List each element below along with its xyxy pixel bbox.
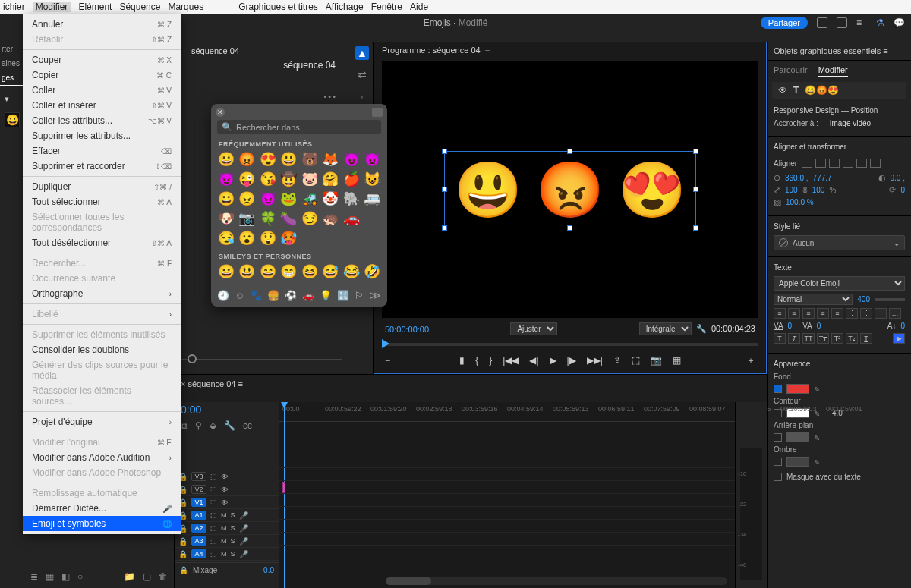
- filter-icon[interactable]: ▾: [5, 94, 15, 105]
- menu-file[interactable]: ichier: [3, 2, 25, 12]
- emoji-cell[interactable]: 😠: [238, 190, 257, 207]
- fill-swatch[interactable]: [786, 384, 809, 394]
- emoji-cell[interactable]: 😀: [217, 151, 235, 168]
- snap-icon[interactable]: ⧉: [181, 420, 188, 431]
- wrench-icon[interactable]: 🔧: [224, 420, 235, 431]
- text-style-buttons[interactable]: TTTTTᴛT²T₂T▶: [774, 333, 905, 344]
- menu-item[interactable]: Dupliquer⇧⌘ /: [23, 179, 181, 194]
- emoji-cell[interactable]: 😮: [238, 230, 257, 247]
- emoji-cell[interactable]: 😲: [259, 230, 277, 247]
- marker-icon[interactable]: ⬙: [210, 420, 216, 431]
- emoji-cell[interactable]: 🦔: [322, 210, 340, 227]
- menu-sequence[interactable]: Séquence: [119, 2, 160, 12]
- graphic-selection[interactable]: 😃 😡 😍: [444, 151, 696, 228]
- emoji-cell[interactable]: 😘: [259, 171, 277, 187]
- eyedropper-icon[interactable]: ✎: [814, 458, 821, 466]
- emoji-cell[interactable]: 😜: [238, 171, 257, 187]
- emoji-cell[interactable]: 🐘: [342, 190, 361, 207]
- rotate-val[interactable]: 0: [900, 186, 905, 194]
- eyedropper-icon[interactable]: ✎: [814, 434, 821, 442]
- travel-cat-icon[interactable]: 🚗: [302, 290, 314, 301]
- opacity-val[interactable]: 100.0 %: [786, 198, 814, 206]
- track-v3[interactable]: 🔒V3⬚👁: [175, 470, 279, 483]
- step-back-icon[interactable]: ◀|: [529, 355, 538, 366]
- align-buttons[interactable]: [802, 159, 881, 168]
- mark-in-icon[interactable]: ▮: [459, 355, 465, 366]
- track-a2[interactable]: 🔒A2⬚MS🎤: [175, 522, 279, 535]
- emoji-cell[interactable]: 😃: [280, 151, 298, 168]
- menu-item[interactable]: Tout sélectionner⌘ A: [23, 194, 181, 209]
- list-view-icon[interactable]: ≣: [30, 571, 38, 582]
- menu-item[interactable]: Modifier dans Adobe Audition›: [23, 450, 181, 465]
- emoji-cell[interactable]: 🚗: [342, 210, 361, 227]
- menu-element[interactable]: Elément: [78, 2, 112, 12]
- emoji-cell[interactable]: 🐸: [280, 190, 298, 207]
- emoji-cell[interactable]: 🚜: [301, 190, 319, 207]
- recent-cat-icon[interactable]: 🕘: [217, 290, 229, 301]
- step-fwd-icon[interactable]: |▶: [567, 355, 576, 366]
- scope-select[interactable]: Intégrale: [639, 322, 692, 335]
- size-slider[interactable]: [875, 298, 905, 301]
- menu-item[interactable]: Couper⌘ X: [23, 52, 181, 68]
- emoji-cell[interactable]: 🦊: [322, 151, 340, 168]
- menu-item[interactable]: Tout désélectionner⇧⌘ A: [23, 235, 181, 250]
- shadow-swatch[interactable]: [786, 457, 809, 467]
- emoji-cell[interactable]: 😅: [322, 263, 340, 280]
- tab-edit[interactable]: Modifier: [818, 65, 848, 77]
- emoji-cell[interactable]: 😁: [280, 263, 298, 280]
- fill-check[interactable]: [774, 385, 782, 393]
- time-ruler[interactable]: 00:00 00:00:59:22 00:01:59:20 00:02:59:1…: [279, 402, 735, 422]
- ripple-tool[interactable]: ⫟: [355, 89, 369, 102]
- selection-tool[interactable]: ▲: [355, 46, 369, 60]
- zoom-out-icon[interactable]: −: [385, 355, 390, 366]
- emoji-cell[interactable]: 📷: [238, 210, 257, 227]
- emoji-cell[interactable]: 🍀: [259, 210, 277, 227]
- timeline-tc[interactable]: 0:00: [175, 402, 279, 417]
- mark-clip-icon[interactable]: }: [489, 355, 492, 366]
- emoji-cell[interactable]: 😄: [259, 263, 277, 280]
- weight-select[interactable]: Normal: [774, 294, 853, 305]
- bg-check[interactable]: [774, 433, 782, 442]
- animal-cat-icon[interactable]: 🐾: [250, 290, 262, 301]
- track-a4[interactable]: 🔒A4⬚MS🎤: [175, 548, 279, 561]
- track-tool[interactable]: ⇄: [355, 68, 369, 81]
- shadow-check[interactable]: [774, 458, 782, 466]
- track-v1[interactable]: 🔒V1⬚👁: [175, 496, 279, 509]
- tc-in[interactable]: 50:00:00:00: [385, 325, 429, 334]
- program-canvas[interactable]: 😃 😡 😍: [382, 61, 758, 318]
- emoji-cell[interactable]: 😀: [217, 190, 235, 207]
- go-out-icon[interactable]: ▶▶|: [587, 355, 603, 366]
- emoji-cell[interactable]: 😈: [259, 190, 277, 207]
- smileys-grid[interactable]: 😀😃😄😁😆😅😂🤣: [211, 263, 387, 285]
- pos-x[interactable]: 360.0 ,: [785, 174, 809, 182]
- timeline-zoom[interactable]: [386, 577, 727, 585]
- activity-cat-icon[interactable]: ⚽: [285, 290, 297, 301]
- edit-menu-dropdown[interactable]: Annuler⌘ ZRétablir⇧⌘ ZCouper⌘ XCopier⌘ C…: [23, 14, 181, 534]
- track-v2[interactable]: 🔒V2⬚👁: [175, 483, 279, 496]
- new-item-icon[interactable]: ▢: [143, 571, 151, 582]
- menu-icon[interactable]: ≡: [856, 17, 867, 28]
- menu-modify[interactable]: Modifier: [33, 2, 71, 12]
- menu-item[interactable]: Supprimer les attributs...: [23, 128, 181, 143]
- symbols-cat-icon[interactable]: 🔣: [337, 290, 349, 301]
- link-icon[interactable]: ⚲: [195, 420, 202, 431]
- camera-icon[interactable]: 📷: [651, 355, 662, 366]
- emoji-cell[interactable]: 🍎: [342, 171, 361, 187]
- emoji-cell[interactable]: 🤠: [280, 171, 298, 187]
- scale-h[interactable]: 100: [812, 186, 825, 194]
- anchor-x[interactable]: 0.0 ,: [891, 174, 905, 182]
- menubar[interactable]: ichier Modifier Elément Séquence Marques…: [0, 0, 911, 14]
- emoji-cell[interactable]: 🤗: [322, 171, 340, 187]
- menu-help[interactable]: Aide: [410, 2, 428, 12]
- emoji-cell[interactable]: 🚐: [364, 190, 382, 207]
- menu-item[interactable]: Supprimer et raccorder⇧⌫: [23, 159, 181, 174]
- scale-w[interactable]: 100: [785, 186, 798, 194]
- menu-item[interactable]: Consolider les doublons: [23, 342, 181, 357]
- extract-icon[interactable]: ⬚: [632, 355, 640, 366]
- smile-cat-icon[interactable]: ☺: [235, 290, 244, 301]
- emoji-cell[interactable]: 🍆: [280, 210, 298, 227]
- panel-menu-icon[interactable]: ≡: [485, 46, 490, 55]
- bg-swatch[interactable]: [786, 432, 809, 442]
- menu-item[interactable]: Démarrer Dictée...🎤: [23, 501, 181, 516]
- mask-check[interactable]: [774, 473, 782, 481]
